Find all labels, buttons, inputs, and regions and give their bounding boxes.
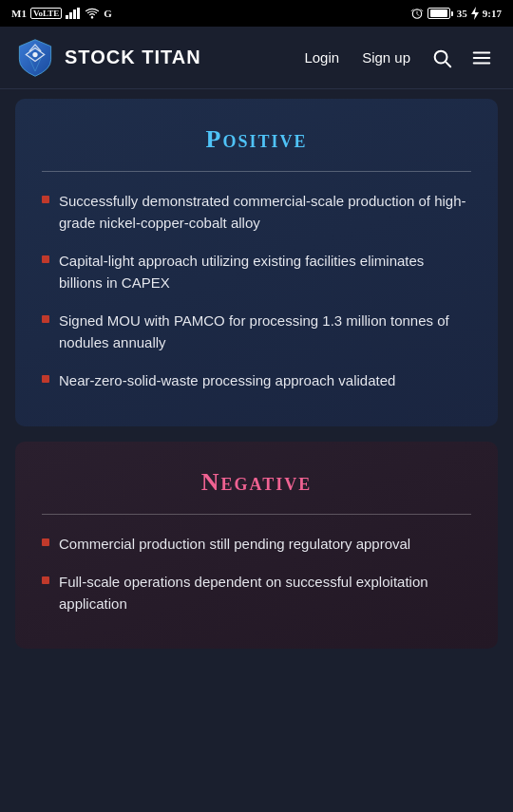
list-item: Signed MOU with PAMCO for processing 1.3… [42, 311, 471, 353]
negative-title: Negative [42, 468, 471, 497]
logo-text: STOCK TITAN [65, 47, 201, 68]
svg-rect-3 [77, 8, 80, 19]
list-item: Successfully demonstrated commercial-sca… [42, 191, 471, 234]
svg-rect-0 [66, 15, 68, 19]
bullet-icon [42, 576, 49, 584]
status-right: 35 9:17 [410, 7, 502, 20]
login-link[interactable]: Login [296, 46, 347, 69]
signal-icon [66, 8, 81, 19]
search-button[interactable] [426, 44, 458, 72]
negative-divider [42, 514, 471, 515]
positive-bullet-2: Capital-light approach utilizing existin… [59, 251, 471, 293]
menu-button[interactable] [466, 44, 498, 72]
time-label: 9:17 [483, 8, 502, 19]
nav-bar: STOCK TITAN Login Sign up [0, 27, 513, 89]
hamburger-icon [471, 47, 492, 68]
bullet-icon [42, 255, 49, 263]
bullet-icon [42, 375, 49, 383]
negative-bullet-list: Commercial production still pending regu… [42, 534, 471, 615]
list-item: Capital-light approach utilizing existin… [42, 251, 471, 293]
svg-line-9 [446, 62, 450, 66]
positive-bullet-list: Successfully demonstrated commercial-sca… [42, 191, 471, 392]
negative-section: Negative Commercial production still pen… [15, 442, 498, 650]
positive-section: Positive Successfully demonstrated comme… [15, 99, 498, 426]
negative-bullet-2: Full-scale operations dependent on succe… [59, 572, 471, 614]
list-item: Commercial production still pending regu… [42, 534, 471, 556]
battery-percent: 35 [457, 8, 467, 19]
logo-area: STOCK TITAN [15, 38, 201, 78]
battery-indicator [428, 8, 453, 19]
svg-rect-2 [73, 9, 76, 19]
positive-title: Positive [42, 125, 471, 154]
list-item: Near-zero-solid-waste processing approac… [42, 370, 471, 392]
status-left: M1 VoLTE G [11, 8, 112, 19]
main-content: Positive Successfully demonstrated comme… [0, 99, 513, 668]
battery-fill [430, 9, 447, 17]
wifi-icon [85, 8, 100, 19]
positive-bullet-1: Successfully demonstrated commercial-sca… [59, 191, 471, 234]
svg-rect-1 [69, 12, 72, 19]
bullet-icon [42, 538, 49, 546]
signup-link[interactable]: Sign up [354, 46, 418, 69]
bullet-icon [42, 196, 49, 203]
positive-bullet-4: Near-zero-solid-waste processing approac… [59, 370, 395, 392]
svg-point-4 [91, 16, 93, 18]
battery-tip [451, 11, 453, 16]
svg-point-7 [32, 51, 37, 56]
status-bar: M1 VoLTE G [0, 0, 513, 27]
list-item: Full-scale operations dependent on succe… [42, 572, 471, 614]
bullet-icon [42, 315, 49, 323]
negative-bullet-1: Commercial production still pending regu… [59, 534, 410, 556]
nav-links: Login Sign up [296, 44, 498, 72]
positive-bullet-3: Signed MOU with PAMCO for processing 1.3… [59, 311, 471, 353]
charging-icon [471, 7, 479, 20]
logo-shield-icon [15, 38, 55, 78]
svg-marker-6 [471, 7, 479, 20]
volte-label: VoLTE [30, 8, 62, 19]
carrier-label: M1 [11, 8, 27, 19]
positive-divider [42, 171, 471, 172]
network-g-label: G [104, 8, 112, 19]
search-icon [431, 47, 452, 68]
alarm-icon [410, 7, 424, 20]
